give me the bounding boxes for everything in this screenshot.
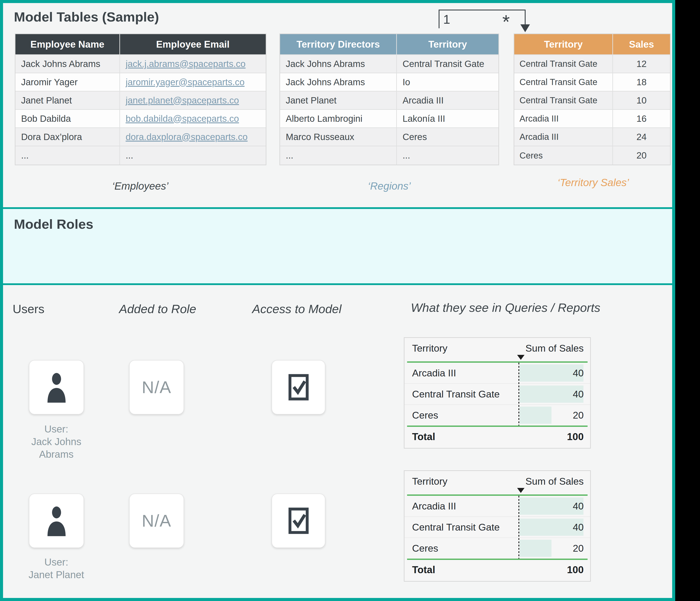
users-header: Users: [12, 302, 44, 316]
sort-descending-icon: [517, 488, 525, 493]
report-total-row: Total100: [404, 560, 590, 579]
table-cell: jack.j.abrams@spaceparts.co: [119, 55, 266, 73]
table-row: Bob Dabildabob.dabilda@spaceparts.co: [16, 110, 266, 128]
table-cell: Lakonía III: [396, 110, 498, 127]
total-label: Total: [412, 431, 435, 443]
table-row: Marco RusseauxCeres: [280, 128, 498, 146]
table-cell: bob.dabilda@spaceparts.co: [119, 110, 266, 127]
table-row: ......: [280, 146, 498, 165]
table-caption-territory-sales: ‘Territory Sales’: [544, 177, 642, 189]
table-cell: Jack Johns Abrams: [16, 55, 119, 73]
report-sales-value: 20: [573, 543, 584, 554]
column-divider-dashed: [519, 496, 519, 558]
table-row: Dora Dax’ploradora.daxplora@spaceparts.c…: [16, 128, 266, 146]
access-to-model-card: [272, 494, 325, 548]
access-to-model-header: Access to Model: [236, 302, 358, 316]
report-body: Arcadia III40Central Transit Gate40Ceres…: [404, 496, 590, 558]
table-cell: ...: [396, 146, 498, 165]
table-caption-regions: ‘Regions’: [346, 180, 433, 192]
total-value: 100: [567, 431, 584, 443]
table-cell: 16: [612, 110, 670, 127]
table-row: Arcadia III16: [514, 110, 670, 128]
email-link[interactable]: bob.dabilda@spaceparts.co: [126, 114, 239, 124]
report-territory-value: Ceres: [412, 410, 438, 421]
table-cell: Jack Johns Abrams: [280, 55, 396, 73]
table-header-row: Employee NameEmployee Email: [16, 34, 266, 55]
table-row: Jaromir Yagerjaromir.yager@spaceparts.co: [16, 73, 266, 92]
page: { "colors": { "accent_teal": "#05a79b", …: [0, 0, 700, 601]
data-bar: [520, 540, 551, 557]
added-to-role-card: N/A: [129, 360, 184, 415]
table-cell: Jack Johns Abrams: [280, 73, 396, 91]
relationship-many-label: *: [502, 12, 510, 31]
table-caption-employees: ‘Employees’: [97, 180, 184, 192]
table-cell: Arcadia III: [396, 92, 498, 109]
person-icon: [43, 371, 71, 404]
model-roles-band: Model Roles: [3, 207, 672, 285]
report-row: Central Transit Gate40: [404, 517, 590, 538]
relationship-line-horizontal: [439, 9, 526, 10]
table-cell: Dora Dax’plora: [16, 128, 119, 146]
table-row: Jack Johns Abramsjack.j.abrams@spacepart…: [16, 55, 266, 73]
table-cell: ...: [280, 146, 396, 165]
table-header-row: TerritorySales: [514, 34, 670, 55]
table-row: ......: [16, 146, 266, 165]
table-cell: 24: [612, 128, 670, 146]
column-header: Sales: [612, 34, 670, 54]
table-cell: Bob Dabilda: [16, 110, 119, 127]
table-cell: Central Transit Gate: [396, 55, 498, 73]
table-cell: Ceres: [514, 146, 612, 165]
access-to-model-card: [272, 360, 325, 415]
model-roles-title: Model Roles: [14, 216, 672, 232]
table-cell: ...: [119, 146, 266, 165]
table-cell: ...: [16, 146, 119, 165]
table-row: Central Transit Gate18: [514, 73, 670, 92]
table-cell: Ceres: [396, 128, 498, 146]
email-link[interactable]: dora.daxplora@spaceparts.co: [126, 132, 248, 142]
report-sales-value: 40: [573, 501, 584, 512]
table-row: Central Transit Gate10: [514, 92, 670, 110]
report-territory-header: Territory: [412, 476, 448, 487]
report-sales-value: 20: [573, 410, 584, 421]
table-row: Ceres20: [514, 146, 670, 165]
report-row: Ceres20: [404, 405, 590, 426]
employees-table: Employee NameEmployee EmailJack Johns Ab…: [15, 33, 267, 165]
column-header: Territory Directors: [280, 34, 396, 54]
report-sales-value: 40: [573, 389, 584, 400]
table-row: Alberto LambroginiLakonía III: [280, 110, 498, 128]
report-total-row: Total100: [404, 427, 590, 446]
table-cell: Marco Russeaux: [280, 128, 396, 146]
user-caption-line: User:: [13, 423, 100, 435]
report-territory-value: Central Transit Gate: [412, 522, 500, 533]
report-row: Central Transit Gate40: [404, 384, 590, 405]
column-divider-dashed: [519, 363, 519, 426]
report-sum-of-sales-header: Sum of Sales: [525, 476, 584, 487]
table-cell: 10: [612, 92, 670, 109]
email-link[interactable]: jack.j.abrams@spaceparts.co: [126, 59, 246, 69]
table-cell: 20: [612, 146, 670, 165]
table-cell: jaromir.yager@spaceparts.co: [119, 73, 266, 91]
table-row: Jack Johns AbramsIo: [280, 73, 498, 92]
column-header: Employee Email: [119, 34, 266, 54]
table-row: Janet PlanetArcadia III: [280, 92, 498, 110]
user-caption-janet: User:Janet Planet: [13, 556, 100, 581]
user-caption-line: User:: [13, 556, 100, 568]
table-cell: Io: [396, 73, 498, 91]
table-cell: 12: [612, 55, 670, 73]
report-header: TerritorySum of Sales: [404, 338, 590, 361]
checkbox-checked-icon: [286, 373, 310, 401]
user-card: [29, 360, 84, 415]
report-row: Arcadia III40: [404, 363, 590, 384]
email-link[interactable]: janet.planet@spaceparts.co: [126, 95, 239, 106]
table-cell: janet.planet@spaceparts.co: [119, 92, 266, 109]
report-sum-of-sales-header: Sum of Sales: [525, 343, 584, 354]
model-tables-title: Model Tables (Sample): [14, 9, 159, 25]
column-header: Employee Name: [16, 34, 119, 54]
user-caption-line: Jack Johns: [13, 435, 100, 448]
territory-sales-table: TerritorySalesCentral Transit Gate12Cent…: [514, 33, 671, 165]
relationship-line-many-end: [525, 9, 526, 25]
table-cell: Arcadia III: [514, 128, 612, 146]
na-label: N/A: [142, 511, 171, 531]
column-header: Territory: [514, 34, 612, 54]
email-link[interactable]: jaromir.yager@spaceparts.co: [126, 77, 245, 87]
